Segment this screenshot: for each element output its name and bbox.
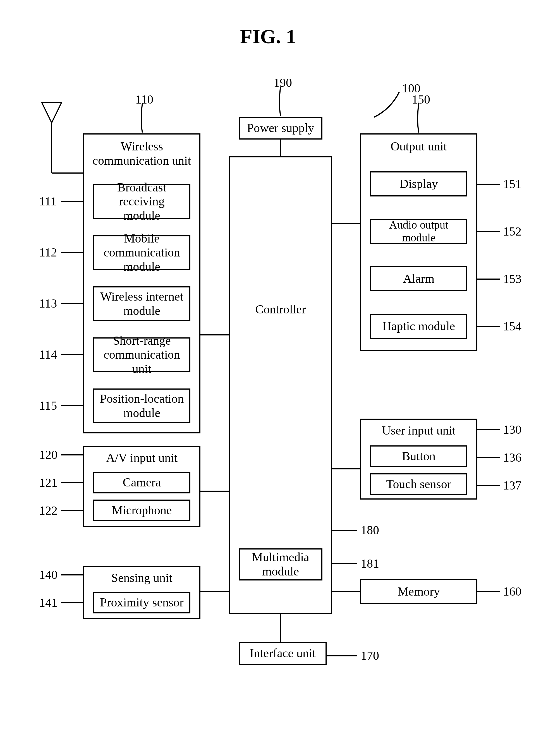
- ref-150: 150: [412, 94, 430, 106]
- interface-unit-block: Interface unit: [239, 642, 327, 665]
- ref-122: 122: [39, 504, 57, 517]
- alarm-block: Alarm: [370, 266, 467, 291]
- display-block: Display: [370, 171, 467, 196]
- camera-block: Camera: [93, 472, 190, 493]
- ref-141: 141: [39, 597, 57, 609]
- ref-190: 190: [274, 77, 292, 89]
- ref-136: 136: [503, 452, 522, 464]
- wireless-comm-unit-title: Wireless communication unit: [93, 140, 191, 168]
- ref-115: 115: [39, 400, 57, 412]
- touch-sensor-block: Touch sensor: [370, 473, 467, 495]
- mobile-communication-module-block: Mobile communication module: [93, 235, 190, 270]
- ref-130: 130: [503, 424, 522, 436]
- ref-153: 153: [503, 273, 522, 285]
- ref-112: 112: [39, 247, 57, 259]
- ref-110: 110: [135, 94, 153, 106]
- haptic-module-block: Haptic module: [370, 314, 467, 339]
- output-unit-title: Output unit: [391, 140, 447, 154]
- broadcast-receiving-module-block: Broadcast receiving module: [93, 184, 190, 219]
- microphone-block: Microphone: [93, 499, 190, 521]
- ref-151: 151: [503, 178, 522, 190]
- controller-block: Controller: [229, 156, 332, 614]
- sensing-unit-title: Sensing unit: [111, 571, 172, 585]
- ref-170: 170: [361, 650, 379, 662]
- ref-121: 121: [39, 477, 57, 489]
- ref-111: 111: [39, 195, 57, 207]
- ref-114: 114: [39, 348, 57, 361]
- ref-152: 152: [503, 226, 522, 238]
- user-input-unit-title: User input unit: [382, 424, 456, 438]
- memory-block: Memory: [360, 579, 477, 604]
- ref-154: 154: [503, 320, 522, 333]
- ref-140: 140: [39, 569, 57, 581]
- ref-137: 137: [503, 479, 522, 492]
- diagram-canvas: FIG. 1: [0, 0, 560, 739]
- ref-181: 181: [361, 558, 379, 570]
- wireless-internet-module-block: Wireless internet module: [93, 286, 190, 321]
- audio-output-module-block: Audio output module: [370, 219, 467, 244]
- ref-180: 180: [361, 524, 379, 537]
- proximity-sensor-block: Proximity sensor: [93, 592, 190, 613]
- av-input-unit-title: A/V input unit: [106, 451, 177, 465]
- ref-113: 113: [39, 297, 57, 310]
- position-location-module-block: Position-location module: [93, 389, 190, 423]
- short-range-comm-unit-block: Short-range communication unit: [93, 337, 190, 372]
- ref-160: 160: [503, 586, 522, 598]
- button-block: Button: [370, 445, 467, 467]
- figure-title: FIG. 1: [240, 25, 296, 48]
- power-supply-block: Power supply: [239, 117, 322, 140]
- ref-120: 120: [39, 449, 57, 461]
- multimedia-module-block: Multimedia module: [239, 548, 322, 581]
- controller-label: Controller: [255, 303, 306, 317]
